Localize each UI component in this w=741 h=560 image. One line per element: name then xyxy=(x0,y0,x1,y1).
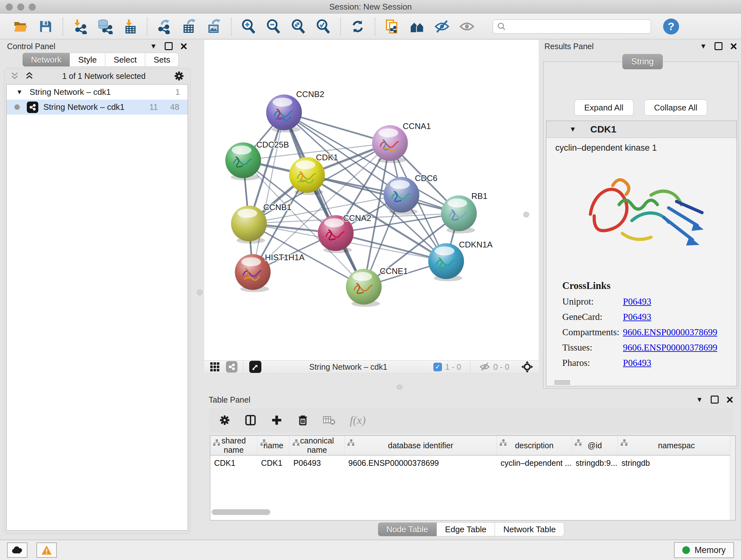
warning-icon xyxy=(41,545,52,555)
node-HIST1H1A[interactable]: HIST1H1A xyxy=(235,253,305,292)
node-CDC6[interactable]: CDC6 xyxy=(384,173,437,215)
tab-style[interactable]: Style xyxy=(70,53,105,67)
function-builder-icon[interactable]: f(x) xyxy=(350,414,366,427)
section-collapse-icon[interactable]: ▼ xyxy=(569,125,576,133)
pan-crosshair-icon[interactable] xyxy=(521,361,534,373)
node-CCNA1[interactable]: CCNA1 xyxy=(372,121,431,163)
collapse-all-icon[interactable] xyxy=(10,71,19,81)
expand-all-button[interactable]: Expand All xyxy=(575,100,633,116)
zoom-fit-button[interactable] xyxy=(290,18,307,35)
table-horizontal-scrollbar[interactable] xyxy=(212,509,270,515)
export-table-button[interactable] xyxy=(181,18,198,35)
hidden-items-eye-icon[interactable] xyxy=(479,362,490,372)
table-row[interactable]: CDK1CDK1P064939606.ENSP00000378699cyclin… xyxy=(210,455,735,470)
eye-icon xyxy=(459,19,475,34)
warnings-button[interactable] xyxy=(37,543,57,558)
hide-selected-button[interactable] xyxy=(433,18,451,35)
window-close-button[interactable] xyxy=(6,3,13,10)
cloud-status-button[interactable] xyxy=(7,543,27,558)
export-network-button[interactable] xyxy=(156,18,173,35)
delete-column-trash-icon[interactable] xyxy=(297,414,309,426)
export-image-button[interactable] xyxy=(205,18,223,35)
show-columns-icon[interactable] xyxy=(245,414,257,426)
horizontal-splitter-handle[interactable] xyxy=(397,385,402,389)
crosslink-link[interactable]: P06493 xyxy=(623,358,651,368)
panel-close-icon[interactable]: × xyxy=(726,395,733,405)
tree-expand-icon[interactable]: ▼ xyxy=(16,88,23,96)
crosslink-link[interactable]: 9606.ENSP00000378699 xyxy=(623,342,718,353)
network-graph[interactable]: CCNB2CCNA1CDC25BCDK1CDC6RB1CCNB1CCNA2CDK… xyxy=(204,40,539,360)
selected-items-checkbox[interactable]: ✓ xyxy=(433,363,442,371)
refresh-view-button[interactable] xyxy=(349,18,366,35)
column-header-name[interactable]: name xyxy=(257,436,289,455)
tab-select[interactable]: Select xyxy=(105,53,145,67)
search-input[interactable] xyxy=(507,22,647,31)
tab-edge-table[interactable]: Edge Table xyxy=(437,522,495,537)
first-neighbors-button[interactable] xyxy=(408,18,426,35)
help-button[interactable]: ? xyxy=(663,18,679,35)
results-scrollbar-chip[interactable] xyxy=(555,380,570,385)
import-network-database-button[interactable] xyxy=(96,18,114,35)
birds-eye-view-icon[interactable] xyxy=(249,361,261,373)
edge-CCNB2-HIST1H1A[interactable] xyxy=(253,112,284,272)
import-network-file-button[interactable] xyxy=(71,18,89,35)
clone-network-button[interactable] xyxy=(384,18,401,35)
column-header-namespac[interactable]: namespac xyxy=(617,436,735,455)
network-style-icon[interactable] xyxy=(226,361,238,373)
expand-all-icon[interactable] xyxy=(24,71,34,81)
protein-section-header[interactable]: ▼ CDK1 xyxy=(546,121,737,138)
panel-close-icon[interactable]: × xyxy=(730,42,737,51)
crosslink-link[interactable]: P06493 xyxy=(623,296,651,307)
node-CDKN1A[interactable]: CDKN1A xyxy=(428,240,493,281)
show-all-button[interactable] xyxy=(458,18,475,35)
memory-button[interactable]: Memory xyxy=(674,542,734,558)
tab-string[interactable]: String xyxy=(622,54,663,69)
panel-float-icon[interactable] xyxy=(715,42,723,50)
panel-collapse-icon[interactable]: ▼ xyxy=(700,43,707,50)
add-column-plus-icon[interactable] xyxy=(271,414,283,426)
grid-view-icon[interactable] xyxy=(209,361,220,372)
left-splitter-handle[interactable] xyxy=(197,290,203,295)
column-header--id[interactable]: @id xyxy=(572,436,618,455)
crosslink-link[interactable]: P06493 xyxy=(623,312,651,322)
node-label-CDC6: CDC6 xyxy=(415,173,437,183)
node-CCNE1[interactable]: CCNE1 xyxy=(346,266,408,307)
window-zoom-button[interactable] xyxy=(29,3,36,10)
save-session-button[interactable] xyxy=(37,18,54,35)
node-table: shared namenamecanonical namedatabase id… xyxy=(210,435,736,520)
delete-table-icon[interactable] xyxy=(323,415,336,426)
network-collection-row[interactable]: ▼ String Network – cdk1 1 xyxy=(7,84,188,100)
import-table-button[interactable] xyxy=(121,18,138,35)
column-header-description[interactable]: description xyxy=(496,436,571,455)
panel-float-icon[interactable] xyxy=(165,42,173,50)
node-CCNB1[interactable]: CCNB1 xyxy=(231,202,291,244)
network-canvas[interactable]: CCNB2CCNA1CDC25BCDK1CDC6RB1CCNB1CCNA2CDK… xyxy=(204,40,539,360)
node-RB1[interactable]: RB1 xyxy=(441,191,488,233)
node-CCNB2[interactable]: CCNB2 xyxy=(266,89,324,132)
tab-sets[interactable]: Sets xyxy=(145,53,179,67)
table-vertical-scrollbar[interactable] xyxy=(730,436,735,520)
tab-network[interactable]: Network xyxy=(22,53,70,67)
panel-collapse-icon[interactable]: ▼ xyxy=(150,43,157,50)
node-CCNA2[interactable]: CCNA2 xyxy=(318,213,371,253)
open-session-button[interactable] xyxy=(12,18,29,35)
panel-close-icon[interactable]: × xyxy=(180,42,187,51)
crosslink-link[interactable]: 9606.ENSP00000378699 xyxy=(623,327,718,337)
table-settings-gear-icon[interactable] xyxy=(219,415,230,426)
network-row[interactable]: String Network – cdk1 11 48 xyxy=(7,100,188,115)
window-minimize-button[interactable] xyxy=(17,3,24,10)
tab-network-table[interactable]: Network Table xyxy=(495,522,564,537)
zoom-out-button[interactable] xyxy=(265,18,282,35)
gear-icon[interactable] xyxy=(174,71,185,81)
column-header-database-identifier[interactable]: database identifier xyxy=(345,436,497,455)
zoom-in-button[interactable] xyxy=(240,18,257,35)
panel-float-icon[interactable] xyxy=(711,395,719,403)
tab-node-table[interactable]: Node Table xyxy=(378,522,437,537)
panel-collapse-icon[interactable]: ▼ xyxy=(696,396,703,403)
right-splitter-handle[interactable] xyxy=(523,212,529,217)
column-header-canonical-name[interactable]: canonical name xyxy=(289,436,344,455)
column-header-shared-name[interactable]: shared name xyxy=(210,436,257,455)
node-label-CCNB2: CCNB2 xyxy=(296,89,324,99)
collapse-all-button[interactable]: Collapse All xyxy=(644,100,708,116)
zoom-selected-button[interactable] xyxy=(315,18,332,35)
